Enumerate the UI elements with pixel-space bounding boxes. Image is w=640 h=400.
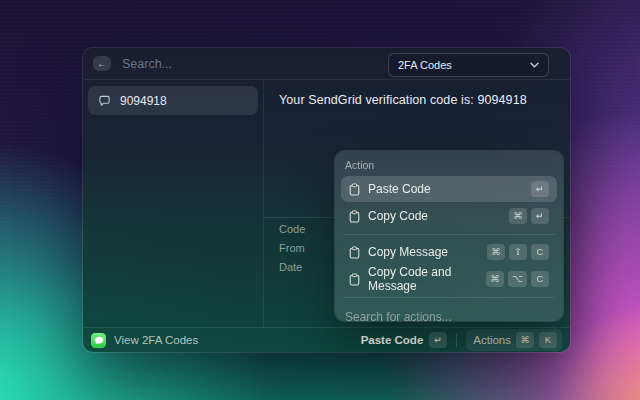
- action-panel-separator: [343, 297, 555, 298]
- key-option: ⌥: [508, 271, 527, 287]
- top-bar: ← Search... 2FA Codes: [83, 48, 570, 80]
- action-item-label: Paste Code: [368, 182, 523, 196]
- status-bar: View 2FA Codes Paste Code ↵ Actions ⌘ K: [83, 327, 570, 352]
- action-search-input[interactable]: Search for actions...: [341, 302, 557, 321]
- metadata-label-code: Code: [279, 220, 305, 239]
- key-c: C: [531, 244, 549, 260]
- action-panel: Action Paste Code ↵: [335, 151, 563, 321]
- actions-label: Actions: [473, 334, 511, 346]
- arrow-left-icon: ←: [97, 59, 107, 69]
- action-item-copy-code-and-message[interactable]: Copy Code and Message ⌘ ⌥ C: [341, 266, 557, 292]
- metadata-label-from: From: [279, 239, 305, 258]
- list-item-label: 9094918: [120, 94, 167, 108]
- action-item-label: Copy Message: [368, 245, 479, 259]
- metadata-label-date: Date: [279, 258, 305, 277]
- desktop-background: ← Search... 2FA Codes 9094918: [0, 0, 640, 400]
- action-item-label: Copy Code: [368, 209, 501, 223]
- key-command: ⌘: [486, 271, 504, 287]
- primary-action-label[interactable]: Paste Code: [361, 334, 424, 346]
- key-return: ↵: [531, 208, 549, 224]
- chat-bubble-icon: [98, 95, 111, 107]
- dropdown-value: 2FA Codes: [398, 59, 452, 71]
- key-k: K: [539, 332, 557, 348]
- clipboard-icon: [349, 273, 360, 286]
- key-command: ⌘: [509, 208, 527, 224]
- key-return: ↵: [531, 181, 549, 197]
- key-c: C: [531, 271, 549, 287]
- action-item-copy-code[interactable]: Copy Code ⌘ ↵: [341, 203, 557, 229]
- back-button[interactable]: ←: [93, 56, 111, 71]
- action-panel-separator: [343, 234, 555, 235]
- footer-actions: Paste Code ↵ Actions ⌘ K: [361, 329, 562, 351]
- key-return: ↵: [429, 332, 447, 348]
- actions-menu-button[interactable]: Actions ⌘ K: [466, 329, 562, 351]
- footer-divider: [456, 334, 457, 347]
- action-panel-title: Action: [341, 156, 557, 175]
- clipboard-icon: [349, 183, 360, 196]
- results-list: 9094918: [83, 80, 264, 327]
- key-shift: ⇧: [509, 244, 527, 260]
- clipboard-icon: [349, 210, 360, 223]
- action-item-copy-message[interactable]: Copy Message ⌘ ⇧ C: [341, 239, 557, 265]
- search-input[interactable]: Search...: [122, 57, 172, 71]
- action-item-label: Copy Code and Message: [368, 265, 478, 293]
- command-dropdown[interactable]: 2FA Codes: [388, 53, 549, 77]
- messages-app-icon: [91, 333, 106, 348]
- action-item-paste-code[interactable]: Paste Code ↵: [341, 176, 557, 202]
- key-command: ⌘: [516, 332, 534, 348]
- clipboard-icon: [349, 246, 360, 259]
- command-title: View 2FA Codes: [114, 334, 198, 346]
- list-item-code[interactable]: 9094918: [88, 86, 258, 115]
- key-command: ⌘: [487, 244, 505, 260]
- chevron-down-icon: [530, 62, 539, 68]
- launcher-window: ← Search... 2FA Codes 9094918: [83, 48, 570, 352]
- message-text: Your SendGrid verification code is: 9094…: [279, 93, 527, 107]
- metadata-labels: Code From Date: [279, 220, 305, 277]
